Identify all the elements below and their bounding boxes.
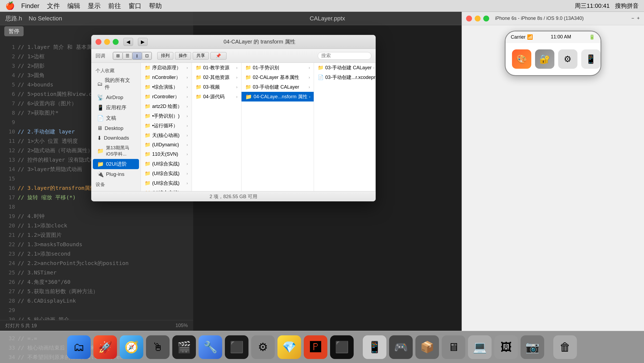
ios-app-icon-3[interactable]: ⚙ — [558, 49, 577, 69]
sidebar-item-docs[interactable]: 📄 文稿 — [93, 113, 139, 123]
sidebar-remote-disc-label: 远程光盘 — [106, 191, 126, 191]
dock-more2[interactable]: 🖥 — [442, 335, 465, 359]
finder-col-item[interactable]: 📁序启动原理）› — [141, 63, 192, 72]
finder-col-item[interactable]: 📁•手势识别）)› — [141, 111, 192, 121]
sim-minimize[interactable]: − — [631, 16, 634, 21]
finder-col-item[interactable]: 📁天(核心动画)› — [141, 130, 192, 140]
dock-finder[interactable]: 🗂 — [67, 335, 91, 359]
ios-carrier: Carrier 📶 — [511, 34, 533, 40]
finder-col-4: 📁03-手动创建 CALayer› 📄03-手动创建...r.xcodepro — [314, 63, 376, 191]
sidebar-02ui-label: 02UI进阶 — [106, 161, 127, 168]
finder-col-item[interactable]: 📁(UI综合实战)› — [141, 178, 192, 188]
sim-maximize[interactable]: + — [637, 16, 640, 21]
finder-col-item-selected[interactable]: 📁04-CALaye...nsform 属性› — [241, 92, 314, 101]
code-line: 20// 1.1>添加clock — [4, 221, 193, 230]
ios-simulator: iPhone 6s - iPhone 8s / iOS 9.0 (13A340)… — [462, 12, 644, 331]
sidebar-item-allfiles[interactable]: 🗂 我的所有文件 — [93, 75, 139, 92]
finder-col-item[interactable]: 📁(UIDynamic)› — [141, 140, 192, 149]
finder-view-icon[interactable]: ⊞ — [113, 52, 123, 60]
finder-view-list[interactable]: ☰ — [123, 52, 132, 60]
finder-col-item[interactable]: 📁(UI综合实战)› — [141, 188, 192, 191]
dock-more5[interactable]: 📷 — [521, 335, 544, 359]
dock-sketch[interactable]: 💎 — [277, 335, 301, 359]
finder-back-btn[interactable]: ◀ — [123, 38, 133, 46]
dock-terminal[interactable]: ⬛ — [225, 335, 248, 359]
finder-view-cover[interactable]: ⊡ — [142, 52, 152, 60]
finder-forward-btn[interactable]: ▶ — [138, 38, 148, 46]
finder-col-item-source[interactable]: 📁04-源代码› — [192, 92, 241, 101]
dock-terminal2[interactable]: ⬛ — [330, 335, 354, 359]
finder-col-item[interactable]: 📁03-视频› — [192, 82, 241, 92]
code-line: 23// 2.1>添加second — [4, 249, 193, 259]
simulator-device-area: Carrier 📶 11:00 AM 🔋 🎨 🔐 ⚙ 📱 — [462, 25, 644, 81]
finder-action-btn[interactable]: 操作 — [175, 52, 191, 60]
finder-col-item[interactable]: 📁110天(SVN)› — [141, 149, 192, 159]
finder-sort-btn[interactable]: 排列 — [157, 52, 173, 60]
sidebar-item-remote-disc[interactable]: 💿 远程光盘 — [93, 189, 139, 191]
dock-syspref[interactable]: ⚙ — [251, 335, 275, 359]
dock-xcode[interactable]: 🔧 — [199, 335, 222, 359]
menu-help[interactable]: 帮助 — [149, 2, 162, 10]
menu-window[interactable]: 窗口 — [129, 2, 141, 10]
sidebar-item-02ui[interactable]: 📁 02UI进阶 — [93, 159, 139, 169]
sidebar-item-apps[interactable]: 📱 应用程序 — [93, 103, 139, 113]
menu-view[interactable]: 显示 — [88, 2, 101, 10]
finder-col-item-xcode[interactable]: 📄03-手动创建...r.xcodepro — [314, 72, 375, 82]
sidebar-item-desktop[interactable]: 🖥 Desktop — [93, 124, 139, 133]
finder-tl-yellow[interactable] — [104, 39, 110, 45]
menu-edit[interactable]: 编辑 — [67, 2, 80, 10]
finder-tl-green[interactable] — [113, 39, 119, 45]
dock-photos[interactable]: 🎬 — [172, 335, 196, 359]
menu-file[interactable]: 文件 — [47, 2, 60, 10]
dock-ppt[interactable]: 🅿 — [304, 335, 327, 359]
editor-tab[interactable]: 思路.h No Selection — [0, 12, 193, 25]
dock-more4[interactable]: 🖼 — [494, 335, 518, 359]
finder-col-item[interactable]: 📁03-手动创建 CALayer› — [314, 63, 375, 72]
finder-col-item[interactable]: 📁rController）› — [141, 92, 192, 101]
finder-col-item[interactable]: 📁01-手势识别› — [241, 63, 314, 72]
finder-col-item[interactable]: 📁(UI综合实战)› — [141, 169, 192, 178]
dock-iossim[interactable]: 📱 — [363, 335, 386, 359]
dock-trash[interactable]: 🗑 — [553, 335, 577, 359]
finder-col-item[interactable]: 📁artz2D 绘图）› — [141, 101, 192, 111]
ios-app-icon-1[interactable]: 🎨 — [512, 49, 531, 69]
finder-statusbar: 2 项，826.55 GB 可用 — [91, 191, 376, 201]
sidebar-downloads-label: Downloads — [104, 135, 129, 141]
sim-tl-green[interactable] — [483, 16, 489, 21]
apple-menu[interactable]: 🍎 — [5, 1, 15, 10]
sidebar-item-airdrop[interactable]: 📡 AirDrop — [93, 93, 139, 102]
ios-app-icon-4[interactable]: 📱 — [581, 49, 601, 69]
menu-go[interactable]: 前往 — [108, 2, 121, 10]
dock-more1[interactable]: 📦 — [415, 335, 439, 359]
ios-app-icon-2[interactable]: 🔐 — [535, 49, 554, 69]
dock-safari[interactable]: 🧭 — [120, 335, 143, 359]
finder-col-item[interactable]: 📁•运行循环）› — [141, 121, 192, 130]
finder-search-input[interactable] — [318, 52, 371, 60]
dock-mouse[interactable]: 🖱 — [146, 335, 170, 359]
finder-col-item[interactable]: 📁02-CALayer 基本属性› — [241, 72, 314, 82]
finder-bookmark-btn[interactable]: 📌 — [210, 52, 226, 60]
finder-col-item[interactable]: 📁02-其他资源› — [192, 72, 241, 82]
dock-more3[interactable]: 💻 — [468, 335, 492, 359]
sidebar-item-downloads[interactable]: ⬇ Downloads — [93, 133, 139, 143]
finder-view-column[interactable]: ⫿ — [132, 52, 142, 60]
apps-icon: 📱 — [97, 104, 104, 111]
finder-col-item[interactable]: 📁01-教学资源› — [192, 63, 241, 72]
sim-tl-yellow[interactable] — [475, 16, 481, 21]
finder-tl-red[interactable] — [96, 39, 101, 45]
finder-toolbar: 回调 ⊞ ☰ ⫿ ⊡ 排列 操作 共享 📌 — [91, 49, 376, 63]
menubar-time: 周三11:00:41 — [575, 2, 610, 10]
menu-finder[interactable]: Finder — [21, 2, 39, 10]
finder-share-btn[interactable]: 共享 — [193, 52, 209, 60]
sidebar-item-plugins[interactable]: 🔌 Plug-ins — [93, 169, 139, 179]
dock-launchpad[interactable]: 🚀 — [93, 335, 117, 359]
sidebar-item-ios13[interactable]: 📁 第13期黑马iOS学科... — [93, 143, 139, 159]
finder-col-item[interactable]: 📁03-手动创建 CALayer› — [241, 82, 314, 92]
finder-col-item[interactable]: 📁nController）› — [141, 72, 192, 82]
finder-col-item[interactable]: 📁•综合演练）› — [141, 82, 192, 92]
sim-tl-red[interactable] — [466, 16, 472, 21]
stop-button[interactable]: 暂停 — [4, 26, 24, 36]
finder-columns: 📁序启动原理）› 📁nController）› 📁•综合演练）› 📁rContr… — [141, 63, 376, 191]
finder-col-item[interactable]: 📁(UI综合实战)› — [141, 159, 192, 169]
dock-game[interactable]: 🎮 — [389, 335, 413, 359]
